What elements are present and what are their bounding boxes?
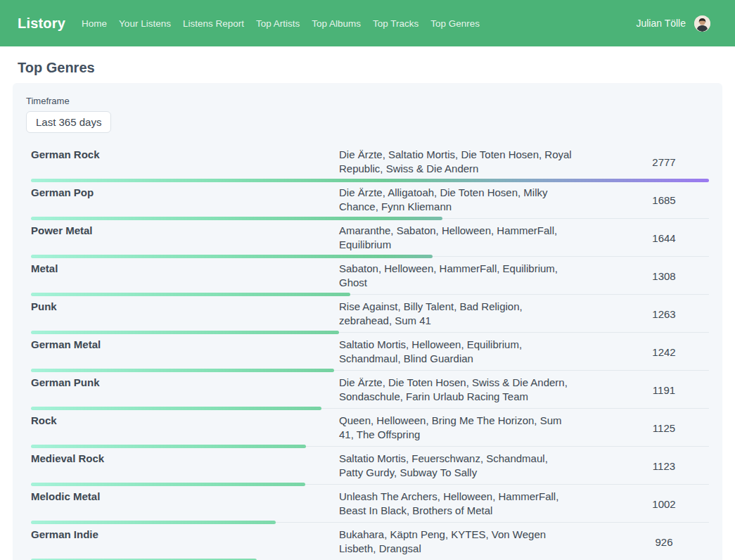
genre-artists: Saltatio Mortis, Feuerschwanz, Schandmau… bbox=[339, 452, 574, 480]
genre-row: Rock Queen, Helloween, Bring Me The Hori… bbox=[31, 410, 709, 448]
genre-bar-track bbox=[31, 521, 709, 524]
nav-item-listens-report[interactable]: Listens Report bbox=[183, 18, 244, 29]
genre-bar-fill bbox=[31, 369, 334, 372]
genre-count: 1125 bbox=[619, 422, 709, 434]
genre-artists: Amaranthe, Sabaton, Helloween, HammerFal… bbox=[339, 224, 574, 252]
genre-count: 1685 bbox=[619, 194, 709, 206]
genre-bar-fill bbox=[31, 331, 339, 334]
top-genres-card: Timeframe Last 365 days German Rock Die … bbox=[13, 83, 722, 560]
genre-bar-track bbox=[31, 445, 709, 448]
genre-bar-track bbox=[31, 407, 709, 410]
user-name[interactable]: Julian Tölle bbox=[636, 18, 686, 29]
timeframe-select[interactable]: Last 365 days bbox=[26, 111, 111, 133]
genre-row: German Pop Die Ärzte, Alligatoah, Die To… bbox=[31, 182, 709, 220]
timeframe-label: Timeframe bbox=[26, 96, 709, 107]
genre-name: Power Metal bbox=[31, 224, 339, 238]
genre-bar-track bbox=[31, 369, 709, 372]
genre-name: Medieval Rock bbox=[31, 452, 339, 466]
navbar: Listory HomeYour ListensListens ReportTo… bbox=[0, 0, 735, 46]
genre-bar-track bbox=[31, 217, 709, 220]
page-title: Top Genres bbox=[18, 59, 717, 76]
genre-name: German Metal bbox=[31, 338, 339, 352]
genre-row: Power Metal Amaranthe, Sabaton, Hellowee… bbox=[31, 220, 709, 258]
genre-name: German Indie bbox=[31, 528, 339, 542]
user-avatar[interactable] bbox=[694, 15, 710, 32]
genre-bar-track bbox=[31, 179, 709, 182]
genre-row: German Punk Die Ärzte, Die Toten Hosen, … bbox=[31, 372, 709, 410]
genre-artists: Die Ärzte, Saltatio Mortis, Die Toten Ho… bbox=[339, 148, 574, 176]
user-photo-icon bbox=[694, 15, 710, 32]
nav-item-top-genres[interactable]: Top Genres bbox=[430, 18, 480, 29]
genre-count: 1308 bbox=[619, 270, 709, 282]
genre-count: 2777 bbox=[619, 156, 709, 168]
genre-bar-fill bbox=[31, 483, 305, 486]
genre-artists: Unleash The Archers, Helloween, HammerFa… bbox=[339, 490, 574, 518]
nav-item-home[interactable]: Home bbox=[82, 18, 107, 29]
genre-row: German Rock Die Ärzte, Saltatio Mortis, … bbox=[31, 144, 709, 182]
timeframe-filter: Timeframe Last 365 days bbox=[26, 96, 709, 133]
genre-name: Metal bbox=[31, 262, 339, 276]
genre-list: German Rock Die Ärzte, Saltatio Mortis, … bbox=[31, 144, 709, 560]
genre-bar-track bbox=[31, 255, 709, 258]
genre-name: German Pop bbox=[31, 186, 339, 200]
genre-artists: Queen, Helloween, Bring Me The Horizon, … bbox=[339, 414, 574, 442]
genre-row: German Metal Saltatio Mortis, Helloween,… bbox=[31, 334, 709, 372]
genre-artists: Bukahara, Käptn Peng, KYTES, Von Wegen L… bbox=[339, 528, 574, 556]
genre-count: 1002 bbox=[619, 498, 709, 510]
genre-name: German Punk bbox=[31, 376, 339, 390]
genre-count: 1263 bbox=[619, 308, 709, 320]
genre-row: Metal Sabaton, Helloween, HammerFall, Eq… bbox=[31, 258, 709, 296]
genre-name: German Rock bbox=[31, 148, 339, 162]
genre-bar-track bbox=[31, 293, 709, 296]
nav-links: HomeYour ListensListens ReportTop Artist… bbox=[82, 18, 480, 29]
nav-item-your-listens[interactable]: Your Listens bbox=[119, 18, 171, 29]
genre-bar-fill bbox=[31, 407, 321, 410]
genre-artists: Die Ärzte, Die Toten Hosen, Swiss & Die … bbox=[339, 376, 574, 404]
genre-artists: Die Ärzte, Alligatoah, Die Toten Hosen, … bbox=[339, 186, 574, 214]
genre-artists: Rise Against, Billy Talent, Bad Religion… bbox=[339, 300, 574, 328]
genre-count: 1191 bbox=[619, 384, 709, 396]
genre-name: Punk bbox=[31, 300, 339, 314]
genre-row: Melodic Metal Unleash The Archers, Hello… bbox=[31, 486, 709, 524]
genre-row: German Indie Bukahara, Käptn Peng, KYTES… bbox=[31, 524, 709, 560]
genre-bar-fill bbox=[31, 445, 306, 448]
nav-item-top-artists[interactable]: Top Artists bbox=[256, 18, 300, 29]
main-content: Top Genres Timeframe Last 365 days Germa… bbox=[0, 59, 735, 560]
genre-count: 1644 bbox=[619, 232, 709, 244]
genre-artists: Saltatio Mortis, Helloween, Equilibrium,… bbox=[339, 338, 574, 366]
genre-bar-track bbox=[31, 483, 709, 486]
genre-name: Melodic Metal bbox=[31, 490, 339, 504]
genre-row: Medieval Rock Saltatio Mortis, Feuerschw… bbox=[31, 448, 709, 486]
genre-bar-fill bbox=[31, 521, 276, 524]
genre-count: 926 bbox=[619, 536, 709, 548]
genre-bar-track bbox=[31, 331, 709, 334]
genre-name: Rock bbox=[31, 414, 339, 428]
genre-row: Punk Rise Against, Billy Talent, Bad Rel… bbox=[31, 296, 709, 334]
nav-item-top-tracks[interactable]: Top Tracks bbox=[373, 18, 418, 29]
genre-bar-fill bbox=[31, 179, 709, 182]
genre-bar-fill bbox=[31, 217, 442, 220]
genre-bar-fill bbox=[31, 293, 350, 296]
genre-count: 1123 bbox=[619, 460, 709, 472]
genre-bar-fill bbox=[31, 255, 433, 258]
genre-count: 1242 bbox=[619, 346, 709, 358]
genre-artists: Sabaton, Helloween, HammerFall, Equilibr… bbox=[339, 262, 574, 290]
nav-item-top-albums[interactable]: Top Albums bbox=[312, 18, 361, 29]
brand-logo[interactable]: Listory bbox=[18, 15, 65, 32]
